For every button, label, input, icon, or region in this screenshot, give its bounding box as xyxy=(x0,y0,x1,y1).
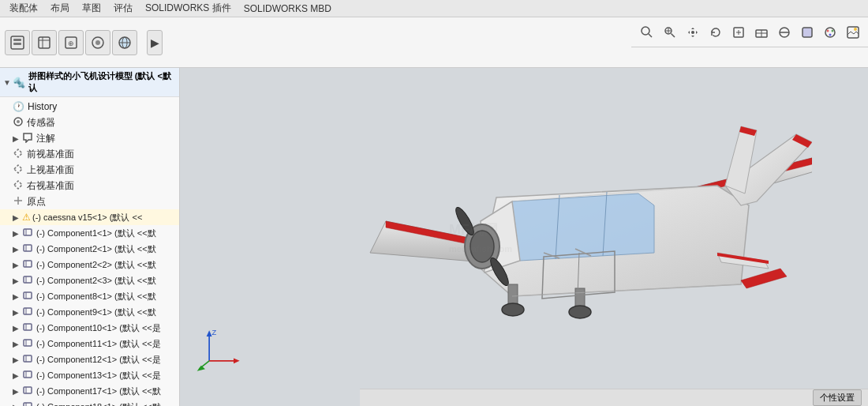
toolbar-btn-1[interactable] xyxy=(5,30,30,55)
warning-icon: ⚠ xyxy=(22,212,31,223)
rt-search[interactable] xyxy=(636,21,657,43)
svg-point-81 xyxy=(502,303,524,316)
origin-icon xyxy=(13,195,24,209)
comp12-icon xyxy=(22,353,33,367)
svg-line-14 xyxy=(649,34,652,37)
toolbar-btn-5[interactable] xyxy=(112,30,137,55)
toolbar-btn-4[interactable] xyxy=(85,30,110,55)
tree-item-comp9[interactable]: ▶ (-) Component9<1> (默认 <<默 xyxy=(0,304,179,320)
comp2-1-arrow: ▶ xyxy=(13,245,22,254)
tree-item-origin[interactable]: 原点 xyxy=(0,194,179,209)
comp11-icon xyxy=(22,337,33,351)
plane-icon-front xyxy=(13,148,24,161)
toolbar-btn-2[interactable] xyxy=(32,30,57,55)
tree-item-comp1[interactable]: ▶ (-) Component1<1> (默认 <<默 xyxy=(0,225,179,241)
rt-scenes[interactable] xyxy=(842,21,863,43)
viewport[interactable]: MF机网 mechafish.com Z 个性设置 xyxy=(180,68,868,406)
axes-indicator: Z xyxy=(196,327,243,374)
rt-appearances[interactable] xyxy=(819,21,840,43)
comp17-icon xyxy=(22,385,33,398)
rt-zoom-area[interactable] xyxy=(659,21,680,43)
caessna-arrow: ▶ xyxy=(13,213,22,222)
toolbar-btn-3[interactable]: ⊕ xyxy=(58,30,84,55)
caessna-label: (-) caessna v15<1> (默认 << xyxy=(32,212,142,224)
tree-item-comp10[interactable]: ▶ (-) Component10<1> (默认 <<是 xyxy=(0,320,179,336)
tree-item-comp2-1[interactable]: ▶ (-) Component2<1> (默认 <<默 xyxy=(0,241,179,257)
menu-evaluate[interactable]: 评估 xyxy=(107,0,139,17)
tree-item-comp17[interactable]: ▶ (-) Component17<1> (默认 <<默 xyxy=(0,383,179,399)
left-panel: ▼ 🔩 拼图样式的小飞机设计模型 (默认 <默认 🕐 History 传感器 ▶ xyxy=(0,68,180,406)
svg-point-9 xyxy=(95,40,100,45)
comp2-3-icon xyxy=(22,274,33,288)
comp10-icon xyxy=(22,321,33,335)
plane-icon-right xyxy=(13,179,24,193)
svg-rect-45 xyxy=(24,276,32,283)
comp11-arrow: ▶ xyxy=(13,340,22,348)
svg-marker-84 xyxy=(741,269,787,288)
comp13-icon xyxy=(22,369,33,382)
personalize-button[interactable]: 个性设置 xyxy=(813,389,862,406)
svg-text:Z: Z xyxy=(212,328,217,336)
svg-rect-43 xyxy=(24,261,32,267)
tree-item-comp11[interactable]: ▶ (-) Component11<1> (默认 <<是 xyxy=(0,336,179,351)
rt-display-style[interactable] xyxy=(796,21,817,43)
tree-item-sensors[interactable]: 传感器 xyxy=(0,115,179,130)
tree-item-comp12[interactable]: ▶ (-) Component12<1> (默认 <<是 xyxy=(0,351,179,367)
tree-item-history[interactable]: 🕐 History xyxy=(0,99,179,115)
tree-item-comp8[interactable]: ▶ (-) Component8<1> (默认 <<默 xyxy=(0,288,179,304)
svg-rect-53 xyxy=(24,340,32,346)
menu-solidworks-plugin[interactable]: SOLIDWORKS 插件 xyxy=(139,0,238,17)
svg-point-31 xyxy=(831,29,833,32)
comp13-arrow: ▶ xyxy=(13,371,22,380)
svg-rect-2 xyxy=(13,43,21,45)
tree-item-annotations[interactable]: ▶ 注解 xyxy=(0,130,179,146)
menu-layout[interactable]: 布局 xyxy=(44,0,76,17)
tree-item-comp13[interactable]: ▶ (-) Component13<1> (默认 <<是 xyxy=(0,367,179,383)
svg-rect-28 xyxy=(803,28,812,37)
rt-section[interactable] xyxy=(773,21,795,43)
svg-marker-98 xyxy=(197,366,205,371)
tree-root-label: 拼图样式的小飞机设计模型 (默认 <默认 xyxy=(28,70,176,94)
menu-solidworks-mbd[interactable]: SOLIDWORKS MBD xyxy=(238,2,338,16)
svg-text:⊕: ⊕ xyxy=(68,39,74,47)
comp8-icon xyxy=(22,290,33,303)
toolbar: ⊕ ▶ xyxy=(0,17,868,68)
menu-assembly[interactable]: 装配体 xyxy=(3,0,44,17)
tree-item-top-plane[interactable]: 上视基准面 xyxy=(0,162,179,178)
rt-zoom-fit[interactable] xyxy=(728,21,749,43)
sensor-icon xyxy=(13,116,24,130)
svg-point-77 xyxy=(470,231,494,262)
comp9-icon xyxy=(22,306,33,319)
comp8-arrow: ▶ xyxy=(13,292,22,301)
tree-item-caessna[interactable]: ▶ ⚠ (-) caessna v15<1> (默认 << xyxy=(0,209,179,225)
comp2-1-icon xyxy=(22,242,33,256)
comp12-arrow: ▶ xyxy=(13,355,22,364)
svg-rect-39 xyxy=(24,229,32,235)
tree-root[interactable]: ▼ 🔩 拼图样式的小飞机设计模型 (默认 <默认 xyxy=(0,68,179,97)
tree-item-comp18[interactable]: ▶ (-) Component18<1> (默认 <<默 xyxy=(0,399,179,406)
rt-rotate[interactable] xyxy=(705,21,726,43)
airplane-container xyxy=(227,76,860,382)
svg-point-19 xyxy=(691,31,694,34)
svg-rect-41 xyxy=(24,245,32,251)
tree-item-comp2-2[interactable]: ▶ (-) Component2<2> (默认 <<默 xyxy=(0,257,179,273)
comp2-2-icon xyxy=(22,258,33,272)
tree-item-right-plane[interactable]: 右视基准面 xyxy=(0,178,179,194)
svg-marker-93 xyxy=(207,330,212,336)
comp1-arrow: ▶ xyxy=(13,229,22,238)
menubar: 装配体 布局 草图 评估 SOLIDWORKS 插件 SOLIDWORKS MB… xyxy=(0,0,868,17)
right-toolbar xyxy=(631,17,868,47)
svg-point-34 xyxy=(854,28,857,31)
tree-item-comp2-3[interactable]: ▶ (-) Component2<3> (默认 <<默 xyxy=(0,273,179,288)
comp1-icon xyxy=(22,227,33,240)
plane-icon-top xyxy=(13,164,24,177)
svg-point-30 xyxy=(826,29,829,32)
rt-pan[interactable] xyxy=(682,21,703,43)
svg-point-36 xyxy=(17,120,20,123)
menu-sketch[interactable]: 草图 xyxy=(76,0,107,17)
annotation-arrow: ▶ xyxy=(13,134,22,143)
svg-point-32 xyxy=(829,33,831,36)
tree-item-front-plane[interactable]: 前视基准面 xyxy=(0,146,179,162)
toolbar-more[interactable]: ▶ xyxy=(147,30,163,55)
rt-view-orient[interactable] xyxy=(750,21,772,43)
